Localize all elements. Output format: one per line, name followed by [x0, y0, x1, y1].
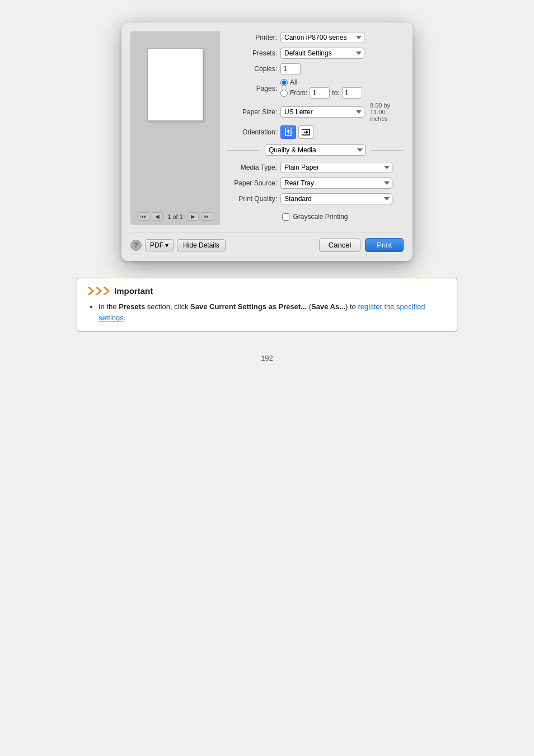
preview-area: ⏮ ◀ 1 of 1 ▶ ⏭ [130, 31, 220, 225]
chevron-2 [95, 287, 102, 295]
next-page-button[interactable]: ▶ [188, 212, 199, 221]
all-pages-radio[interactable] [280, 79, 288, 86]
preview-controls: ⏮ ◀ 1 of 1 ▶ ⏭ [137, 212, 213, 221]
important-section: Important In the Presets section, click … [77, 278, 457, 332]
printer-row: Printer: Canon iP8700 series [227, 31, 404, 44]
pdf-label: PDF [150, 241, 163, 249]
section-divider: Quality & Media [227, 144, 404, 156]
to-input[interactable] [342, 87, 362, 99]
presets-row: Presets: Default Settings [227, 47, 404, 59]
svg-marker-2 [287, 129, 290, 132]
help-button[interactable]: ? [130, 240, 142, 251]
paper-size-label: Paper Size: [227, 108, 277, 116]
hide-details-button[interactable]: Hide Details [177, 239, 226, 251]
important-title: Important [114, 286, 153, 296]
important-text-mid2: ) to [345, 302, 358, 311]
from-label: From: [290, 89, 307, 97]
copies-label: Copies: [227, 65, 277, 73]
copies-row: Copies: 1 [227, 63, 404, 75]
printer-label: Printer: [227, 34, 277, 41]
divider-left [227, 150, 259, 151]
preview-page [147, 48, 203, 121]
important-body: In the Presets section, click Save Curre… [87, 301, 447, 323]
paper-size-select[interactable]: US Letter [280, 106, 364, 118]
presets-select[interactable]: Default Settings [280, 48, 364, 59]
orientation-label: Orientation: [227, 128, 277, 136]
orientation-row: Orientation: [227, 125, 404, 139]
dialog-footer: ? PDF ▾ Hide Details Cancel Print [130, 232, 404, 252]
all-pages-label: All [290, 78, 297, 86]
important-text-suffix: . [124, 314, 126, 322]
important-text-prefix: In the [99, 302, 119, 311]
printer-select[interactable]: Canon iP8700 series [280, 32, 364, 43]
media-type-row: Media Type: Plain Paper [227, 161, 404, 174]
copies-input[interactable]: 1 [280, 63, 301, 74]
prev-page-button[interactable]: ◀ [152, 212, 163, 221]
paper-source-row: Paper Source: Rear Tray [227, 177, 404, 189]
footer-left: ? PDF ▾ Hide Details [130, 239, 226, 251]
paper-source-label: Paper Source: [227, 179, 277, 187]
cancel-button[interactable]: Cancel [319, 238, 360, 252]
chevron-1 [87, 287, 94, 295]
last-page-button[interactable]: ⏭ [201, 212, 213, 221]
section-select[interactable]: Quality & Media [265, 144, 366, 156]
pages-label: Pages: [227, 85, 277, 92]
orientation-group [280, 125, 314, 139]
footer-right: Cancel Print [319, 238, 404, 252]
paper-size-row: Paper Size: US Letter 8.50 by 11.00 inch… [227, 102, 404, 122]
save-bold: Save Current Settings as Preset... [190, 302, 307, 311]
portrait-icon [285, 128, 292, 137]
from-pages-row: From: to: [280, 87, 362, 99]
first-page-button[interactable]: ⏮ [137, 212, 149, 221]
save-paren: (Save As... [307, 302, 345, 311]
divider-right [371, 150, 404, 151]
chevron-3 [103, 287, 110, 295]
media-type-select[interactable]: Plain Paper [280, 162, 392, 173]
to-label: to: [332, 89, 339, 97]
pages-row: Pages: All From: to: [227, 78, 404, 99]
important-text-mid1: section, click [145, 302, 190, 311]
portrait-button[interactable] [280, 125, 296, 139]
presets-bold: Presets [119, 302, 145, 311]
pages-radio-group: All From: to: [280, 78, 362, 99]
presets-label: Presets: [227, 49, 277, 57]
svg-marker-5 [306, 130, 308, 134]
grayscale-checkbox[interactable] [282, 213, 289, 221]
page-count-label: 1 of 1 [165, 213, 185, 220]
print-quality-label: Print Quality: [227, 195, 277, 203]
paper-size-info: 8.50 by 11.00 inches [370, 102, 404, 122]
pdf-button[interactable]: PDF ▾ [145, 239, 174, 251]
grayscale-row: Grayscale Printing [227, 213, 404, 221]
from-input[interactable] [310, 87, 330, 99]
landscape-icon [302, 129, 311, 136]
grayscale-label: Grayscale Printing [293, 213, 348, 221]
print-quality-select[interactable]: Standard [280, 193, 392, 204]
print-quality-row: Print Quality: Standard [227, 193, 404, 205]
all-pages-row: All [280, 78, 362, 86]
pdf-arrow-icon: ▾ [165, 241, 168, 249]
important-icon [87, 287, 110, 295]
landscape-button[interactable] [298, 125, 314, 139]
important-header: Important [87, 286, 447, 296]
from-pages-radio[interactable] [280, 90, 288, 97]
print-dialog: ⏮ ◀ 1 of 1 ▶ ⏭ Printer: Canon iP8700 ser… [121, 22, 413, 261]
print-button[interactable]: Print [365, 238, 404, 252]
paper-source-select[interactable]: Rear Tray [280, 178, 392, 189]
page-number: 192 [261, 354, 273, 362]
media-type-label: Media Type: [227, 164, 277, 171]
settings-area: Printer: Canon iP8700 series Presets: De… [227, 31, 404, 225]
